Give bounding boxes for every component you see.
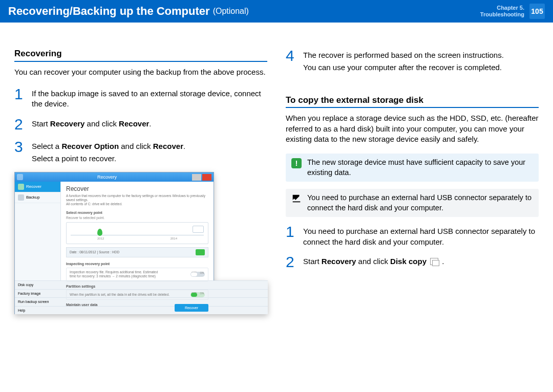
- recovery-timeline[interactable]: 20122014: [66, 222, 208, 244]
- chapter-line1: Chapter 5.: [480, 5, 524, 11]
- sidebar-item-backup[interactable]: Backup: [15, 192, 60, 203]
- step-number: 1: [14, 86, 26, 110]
- recovering-intro: You can recover your computer using the …: [14, 67, 267, 77]
- window-title: Recovery: [97, 174, 117, 180]
- step-2: 2 Start Recovery and click Recover.: [14, 117, 267, 132]
- note-warning: ! The new storage device must have suffi…: [286, 154, 539, 182]
- page-header: Recovering/Backing up the Computer (Opti…: [0, 0, 553, 23]
- note-icon: [291, 193, 302, 204]
- copy-step-2: 2 Start Recovery and click Disk copy .: [286, 254, 539, 270]
- label-inspecting: Inspecting recovery point: [66, 262, 208, 266]
- sidebar-item-recover[interactable]: Recover: [15, 182, 60, 192]
- window-titlebar: Recovery: [15, 172, 214, 182]
- recovery-app-screenshot: Recovery Recover Backup Disk copy Factor…: [14, 172, 267, 314]
- recovery-date-info: Date : 08/11/2012 | Source : HDD: [66, 247, 208, 257]
- timeline-end-icon: [193, 226, 204, 233]
- warning-icon: !: [291, 158, 302, 168]
- panel-title: Recover: [66, 185, 208, 193]
- left-column: Recovering You can recover your computer…: [14, 48, 267, 314]
- page-title-subtitle: (Optional): [213, 7, 249, 16]
- step-number: 4: [286, 48, 297, 73]
- page-number: 105: [529, 4, 545, 19]
- sidebar: Recover Backup Disk copy Factory image R…: [15, 182, 61, 314]
- step-4: 4 The recover is performed based on the …: [286, 48, 539, 73]
- right-column: 4 The recover is performed based on the …: [286, 48, 539, 314]
- backup-icon: [18, 194, 24, 201]
- section-heading-recovering: Recovering: [14, 48, 267, 62]
- step-number: 1: [286, 224, 297, 247]
- step-number: 3: [14, 139, 26, 164]
- option-inspect: Inspection recovery file. Requires addit…: [66, 268, 208, 282]
- label-select-recovery-point: Select recovery point: [66, 210, 208, 215]
- camera-icon[interactable]: [196, 249, 205, 255]
- step-number: 2: [286, 254, 297, 270]
- step-text: The recover is performed based on the sc…: [303, 48, 504, 73]
- section-heading-copy-disk: To copy the external storage disk: [286, 95, 539, 108]
- timeline-pin-icon[interactable]: [97, 229, 102, 236]
- minimize-button[interactable]: [192, 174, 201, 181]
- step-1: 1 If the backup image is saved to an ext…: [14, 86, 267, 110]
- chapter-info: Chapter 5. Troubleshooting 105: [480, 4, 545, 19]
- recover-button[interactable]: Recover: [175, 304, 208, 312]
- step-number: 2: [14, 117, 26, 132]
- close-button[interactable]: [202, 174, 211, 181]
- chapter-line2: Troubleshooting: [480, 11, 524, 18]
- toggle-partition[interactable]: OFFON: [190, 292, 205, 297]
- page-title: Recovering/Backing up the Computer: [8, 5, 210, 18]
- step-text: If the backup image is saved to an exter…: [32, 86, 267, 110]
- label-partition: Partition settings: [66, 284, 208, 289]
- note-info: You need to purchase an external hard US…: [286, 189, 539, 217]
- option-partition: When the partition is set, all the data …: [66, 290, 208, 300]
- step-3: 3 Select a Recover Option and click Reco…: [14, 139, 267, 164]
- disk-copy-icon: [430, 258, 438, 265]
- step-text: Start Recovery and click Recover.: [32, 117, 151, 132]
- step-text: You need to purchase an external hard US…: [303, 224, 539, 247]
- step-text: Start Recovery and click Disk copy .: [303, 254, 444, 270]
- recover-icon: [18, 184, 24, 190]
- toggle-inspect[interactable]: OFFON: [190, 272, 205, 277]
- step-text: Select a Recover Option and click Recove…: [32, 139, 185, 164]
- copy-disk-intro: When you replace a storage device such a…: [286, 113, 539, 144]
- copy-step-1: 1 You need to purchase an external hard …: [286, 224, 539, 247]
- recovery-main-panel: Recover A function that recovers the com…: [61, 182, 214, 314]
